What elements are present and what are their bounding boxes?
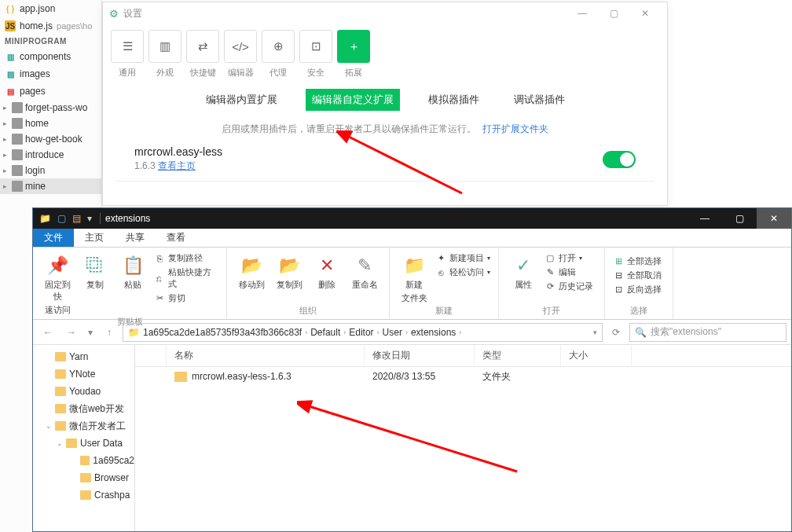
rb-newitem[interactable]: ✦新建项目▾ (435, 252, 490, 264)
rb-newfolder[interactable]: 📁新建文件夹 (398, 251, 431, 305)
tab-home[interactable]: 主页 (74, 229, 115, 247)
tab-file[interactable]: 文件 (33, 229, 74, 247)
tree-howgetbook[interactable]: ▸how-get-book (0, 131, 101, 147)
group-label: 打开 (507, 305, 596, 317)
rb-delete[interactable]: ✕删除 (310, 251, 343, 305)
tab-debugger[interactable]: 调试器插件 (508, 89, 571, 111)
rb-history[interactable]: ⟳历史记录 (544, 281, 596, 292)
tb-editor[interactable]: </> (224, 30, 257, 63)
tab-custom[interactable]: 编辑器自定义扩展 (306, 89, 400, 111)
tree-userdata[interactable]: ⌄User Data (33, 435, 134, 452)
bc-seg[interactable]: User (383, 327, 402, 338)
tb-shortcut[interactable]: ⇄ (186, 30, 219, 63)
rb-copyto[interactable]: 📂复制到 (273, 251, 306, 305)
refresh-button[interactable]: ⟳ (606, 323, 626, 342)
tb-extensions[interactable]: ＋ (337, 30, 370, 63)
root-images[interactable]: ▨ images (0, 65, 101, 83)
tree-label: introduce (25, 149, 64, 160)
search-input[interactable]: 🔍 搜索"extensions" (629, 323, 786, 342)
bc-seg[interactable]: Default (310, 327, 340, 338)
minimize-button[interactable]: — (566, 2, 598, 24)
breadcrumb[interactable]: 📁 1a695ca2de1a85735f93a43fb366c83f› Defa… (123, 323, 603, 342)
rb-pasteshortcut[interactable]: ⎌粘贴快捷方式 (154, 266, 218, 290)
file-path: pages\ho (57, 21, 92, 31)
folder-icon (12, 165, 23, 176)
tree-introduce[interactable]: ▸introduce (0, 147, 101, 163)
tb-proxy[interactable]: ⊕ (262, 30, 295, 63)
bc-dropdown[interactable]: ▾ (593, 328, 597, 336)
tree-label: Youdao (69, 386, 101, 397)
bc-seg[interactable]: extensions (411, 327, 456, 338)
root-pages[interactable]: ▤ pages (0, 83, 101, 100)
tree-wxdev[interactable]: ⌄微信开发者工 (33, 417, 134, 435)
tree-label: YNote (69, 369, 95, 380)
tree-wxweb[interactable]: 微信web开发 (33, 400, 134, 417)
nav-history[interactable]: ▾ (85, 323, 96, 342)
tb-security[interactable]: ⊡ (299, 30, 332, 63)
rb-pin[interactable]: 📌固定到快速访问 (41, 251, 74, 316)
qat-icon[interactable]: ▤ (72, 213, 81, 224)
group-label: 组织 (235, 305, 381, 317)
minimize-button[interactable]: — (688, 208, 722, 229)
tree-home[interactable]: ▸home (0, 116, 101, 131)
rb-copy[interactable]: ⿻复制 (79, 251, 112, 316)
bc-seg[interactable]: Editor (349, 327, 373, 338)
rb-label: 粘贴 (124, 279, 141, 291)
ext-homepage-link[interactable]: 查看主页 (158, 160, 196, 171)
tb-label: 代理 (262, 67, 295, 79)
tree-browser[interactable]: Browser (33, 469, 134, 486)
root-components[interactable]: ▥ components (0, 48, 101, 65)
rb-paste[interactable]: 📋粘贴 (116, 251, 149, 316)
maximize-button[interactable]: ▢ (722, 208, 757, 229)
close-button[interactable]: ✕ (757, 208, 791, 229)
nav-up[interactable]: ↑ (99, 323, 119, 342)
rb-label: 新建项目 (449, 252, 484, 264)
tree-hash[interactable]: 1a695ca2 (33, 452, 134, 469)
close-button[interactable]: ✕ (629, 2, 661, 24)
tree-mine[interactable]: ▸mine (0, 178, 101, 194)
rb-selectnone[interactable]: ⊟全部取消 (613, 270, 665, 281)
group-label: 新建 (398, 305, 490, 317)
tb-appearance[interactable]: ▥ (148, 30, 182, 63)
tree-youdao[interactable]: Youdao (33, 383, 134, 400)
rb-label: 历史记录 (559, 281, 593, 292)
col-date[interactable]: 修改日期 (365, 345, 475, 366)
col-size[interactable]: 大小 (561, 345, 632, 366)
tree-login[interactable]: ▸login (0, 163, 101, 178)
explorer-titlebar: 📁 ▢ ▤ ▾ extensions — ▢ ✕ (33, 208, 791, 229)
rb-copypath[interactable]: ⎘复制路径 (154, 252, 218, 264)
tab-view[interactable]: 查看 (156, 229, 196, 247)
tb-general[interactable]: ☰ (111, 30, 144, 63)
tab-simulator[interactable]: 模拟器插件 (422, 89, 486, 111)
ext-toggle[interactable] (603, 151, 636, 168)
rb-moveto[interactable]: 📂移动到 (235, 251, 268, 305)
rb-easyaccess[interactable]: ⎋轻松访问▾ (435, 266, 490, 278)
open-ext-folder-link[interactable]: 打开扩展文件夹 (482, 123, 548, 134)
qat-icon[interactable]: ▢ (57, 213, 66, 224)
maximize-button[interactable]: ▢ (598, 2, 629, 24)
rb-props[interactable]: ✓属性 (507, 251, 540, 305)
item-type: 文件夹 (475, 370, 561, 383)
rb-selectinvert[interactable]: ⊡反向选择 (613, 284, 665, 295)
tree-ynote[interactable]: YNote (33, 365, 134, 383)
open-file-homejs[interactable]: JS home.js pages\ho (0, 17, 101, 35)
rb-edit[interactable]: ✎编辑 (544, 266, 596, 278)
tab-share[interactable]: 共享 (115, 229, 156, 247)
nav-back[interactable]: ← (38, 323, 58, 342)
images-icon: ▨ (5, 68, 16, 79)
col-type[interactable]: 类型 (475, 345, 561, 366)
tree-forget[interactable]: ▸forget-pass-wo (0, 100, 101, 116)
rb-open[interactable]: ▢打开▾ (544, 252, 596, 264)
list-item[interactable]: mrcrowl.easy-less-1.6.3 2020/8/3 13:55 文… (135, 367, 791, 386)
rb-selectall[interactable]: ⊞全部选择 (613, 255, 665, 267)
qat-dropdown[interactable]: ▾ (87, 213, 92, 224)
tree-yarn[interactable]: Yarn (33, 348, 134, 365)
open-file-appjson[interactable]: { } app.json (0, 0, 101, 17)
rb-rename[interactable]: ✎重命名 (348, 251, 381, 305)
rb-cut[interactable]: ✂剪切 (154, 292, 218, 304)
bc-seg[interactable]: 1a695ca2de1a85735f93a43fb366c83f (143, 327, 302, 338)
col-name[interactable]: 名称 (167, 345, 365, 366)
tree-crashpa[interactable]: Crashpa (33, 486, 134, 504)
nav-forward[interactable]: → (61, 323, 82, 342)
tab-builtin[interactable]: 编辑器内置扩展 (200, 89, 284, 111)
